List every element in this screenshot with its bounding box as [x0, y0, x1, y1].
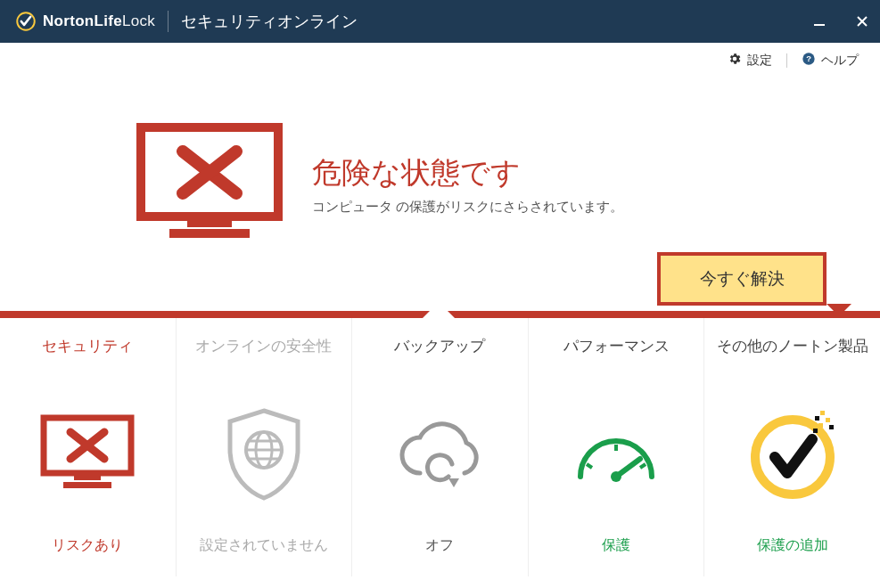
tile-status: 保護の追加	[757, 536, 828, 555]
help-icon: ?	[802, 52, 816, 69]
resolve-now-button[interactable]: 今すぐ解決	[657, 252, 827, 306]
gear-icon	[728, 52, 742, 69]
tile-status: 保護	[602, 536, 630, 555]
tile-status: 設定されていません	[200, 536, 328, 555]
svg-line-24	[587, 464, 592, 468]
security-risk-icon	[38, 381, 136, 527]
shield-globe-icon	[219, 381, 308, 527]
svg-rect-31	[818, 423, 823, 428]
svg-rect-30	[826, 418, 830, 422]
tile-status: リスクあり	[52, 536, 123, 555]
tile-other-products[interactable]: その他のノートン製品 保護の追加	[704, 318, 880, 576]
status-text: 危険な状態です コンピュータ の保護がリスクにさらされています。	[312, 153, 623, 216]
brand-bold: NortonLife	[43, 12, 122, 29]
tile-performance[interactable]: パフォーマンス 保護	[529, 318, 705, 576]
svg-line-23	[616, 459, 640, 477]
svg-rect-32	[829, 425, 834, 429]
help-label: ヘルプ	[821, 53, 859, 69]
tile-security[interactable]: セキュリティ リスクあり	[0, 318, 177, 576]
svg-text:?: ?	[806, 54, 811, 63]
status-subtext: コンピュータ の保護がリスクにさらされています。	[312, 199, 623, 216]
cloud-restore-icon	[386, 381, 493, 527]
norton-logo-icon	[744, 381, 842, 527]
divider	[168, 11, 169, 32]
settings-button[interactable]: 設定	[728, 52, 772, 69]
title-bar: NortonLifeLock セキュリティオンライン	[0, 0, 880, 43]
toolbar: 設定 ? ヘルプ	[0, 43, 880, 74]
tile-title: パフォーマンス	[563, 336, 670, 356]
status-headline: 危険な状態です	[312, 153, 623, 193]
brand-text: NortonLifeLock	[43, 12, 155, 30]
svg-rect-7	[187, 220, 232, 227]
svg-rect-8	[169, 229, 250, 238]
svg-marker-21	[448, 478, 459, 487]
tile-title: セキュリティ	[42, 336, 133, 356]
window-controls	[810, 0, 871, 43]
tile-title: バックアップ	[394, 336, 485, 356]
settings-label: 設定	[747, 53, 772, 69]
minimize-button[interactable]	[810, 12, 828, 30]
norton-check-icon	[14, 10, 37, 33]
brand-thin: Lock	[122, 12, 155, 29]
svg-rect-12	[74, 475, 101, 480]
tile-online-safety[interactable]: オンラインの安全性 設定されていません	[177, 318, 353, 576]
tile-title: その他のノートン製品	[717, 336, 868, 356]
svg-rect-28	[820, 411, 825, 415]
gauge-icon	[567, 381, 665, 527]
app-title: セキュリティオンライン	[181, 11, 358, 32]
tile-strip: セキュリティ リスクあり オンラインの安全性 設定されていません	[0, 318, 880, 576]
svg-line-26	[640, 464, 646, 468]
close-button[interactable]	[853, 12, 871, 30]
svg-rect-13	[63, 482, 111, 488]
tile-title: オンラインの安全性	[195, 336, 332, 356]
help-button[interactable]: ? ヘルプ	[802, 52, 859, 69]
tile-backup[interactable]: バックアップ オフ	[352, 318, 529, 576]
tile-status: オフ	[425, 536, 454, 555]
toolbar-divider	[786, 53, 787, 68]
svg-rect-29	[815, 416, 819, 421]
svg-rect-33	[813, 429, 818, 433]
section-divider-bar	[0, 311, 880, 318]
brand-logo: NortonLifeLock	[14, 10, 155, 33]
status-monitor-icon	[134, 120, 285, 249]
status-area: 危険な状態です コンピュータ の保護がリスクにさらされています。 今すぐ解決	[0, 74, 880, 297]
